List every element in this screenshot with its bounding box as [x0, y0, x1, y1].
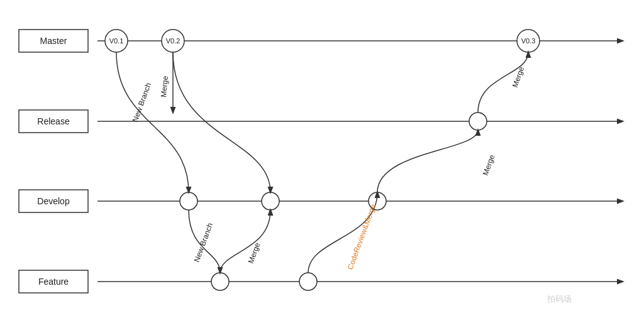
v02-label: V0.2	[166, 37, 180, 45]
watermark: 拍码场	[547, 294, 572, 304]
new-branch-develop-label: New Branch	[192, 222, 215, 263]
v01-label: V0.1	[109, 37, 124, 45]
merge-v02-release-label: Merge	[159, 75, 170, 97]
codereview-merge-label: CodeReview&Merge	[346, 203, 378, 272]
diagram-container: Master Release Develop Feature V0.1 V0.2…	[0, 0, 644, 335]
diagram-svg: Master Release Develop Feature V0.1 V0.2…	[0, 0, 644, 335]
svg-point-12	[262, 192, 279, 210]
master-label: Master	[40, 36, 67, 46]
svg-point-16	[299, 273, 317, 290]
merge-release-master-label: Merge	[511, 65, 526, 89]
svg-point-15	[211, 273, 229, 290]
merge-develop-release-label: Merge	[481, 153, 497, 177]
develop-label: Develop	[37, 196, 70, 206]
v03-label: V0.3	[521, 37, 536, 45]
feature-label: Feature	[38, 277, 69, 287]
merge-feature-develop-label: Merge	[247, 241, 262, 265]
svg-point-14	[469, 113, 487, 130]
new-branch-master-label: New Branch	[131, 82, 153, 123]
release-label: Release	[37, 116, 70, 126]
svg-point-11	[180, 192, 197, 210]
